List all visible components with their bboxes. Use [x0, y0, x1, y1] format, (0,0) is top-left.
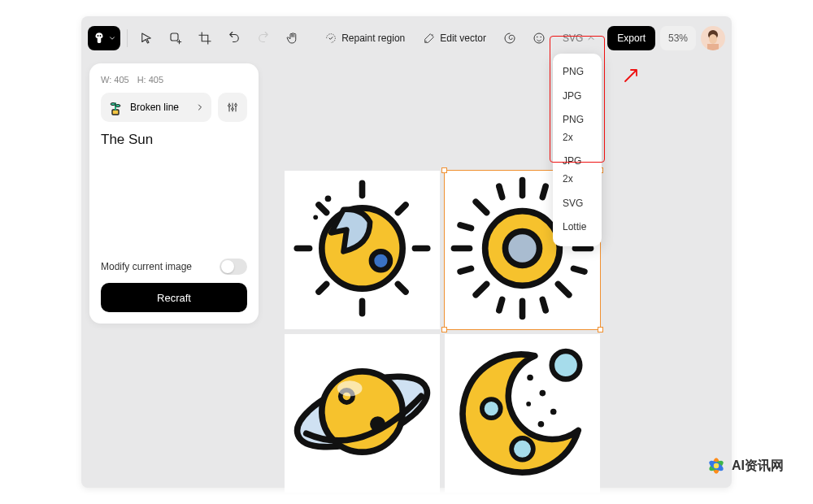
dropdown-item-lottie[interactable]: Lottie — [553, 215, 602, 240]
magic-tool-1[interactable] — [498, 26, 522, 50]
dropdown-item-jpg2x[interactable]: JPG 2x — [553, 150, 602, 191]
svg-point-10 — [709, 34, 717, 44]
export-button[interactable]: Export — [607, 26, 655, 50]
svg-line-34 — [476, 202, 486, 212]
svg-line-41 — [542, 300, 546, 311]
annotation-arrow-icon — [622, 65, 641, 85]
undo-button[interactable] — [222, 26, 246, 50]
svg-point-16 — [232, 108, 234, 111]
selection-handle[interactable] — [441, 327, 447, 332]
style-selector[interactable]: Broken line — [101, 93, 211, 122]
modify-label: Modify current image — [101, 261, 192, 272]
avatar[interactable] — [701, 26, 725, 50]
svg-point-27 — [313, 215, 318, 219]
format-label: SVG — [563, 33, 583, 44]
selection-handle[interactable] — [598, 327, 603, 332]
canvas-tile-1[interactable] — [285, 171, 440, 329]
format-dropdown-button[interactable]: SVG — [556, 26, 602, 50]
svg-line-36 — [476, 284, 486, 294]
swirl-icon — [502, 31, 517, 46]
svg-point-14 — [115, 105, 120, 107]
svg-point-26 — [325, 196, 332, 202]
svg-line-23 — [398, 284, 406, 292]
svg-point-53 — [552, 351, 580, 379]
zoom-button[interactable]: 53% — [660, 26, 696, 50]
sliders-icon — [226, 101, 239, 114]
moon-icon — [445, 334, 600, 489]
frame-tool[interactable] — [163, 26, 188, 50]
face-icon — [532, 31, 546, 46]
dropdown-item-png[interactable]: PNG — [553, 60, 602, 85]
svg-point-54 — [527, 375, 533, 381]
dropdown-item-svg[interactable]: SVG — [553, 192, 602, 216]
saturn-icon — [285, 334, 440, 489]
svg-point-51 — [370, 416, 385, 432]
select-tool[interactable] — [134, 26, 159, 50]
svg-point-64 — [714, 463, 720, 469]
svg-point-47 — [505, 231, 539, 265]
svg-point-3 — [426, 41, 427, 41]
svg-point-55 — [540, 390, 546, 397]
dimensions-row: W: 405 H: 405 — [101, 75, 247, 85]
svg-point-15 — [228, 105, 231, 107]
pan-tool[interactable] — [280, 26, 305, 50]
svg-line-45 — [574, 268, 585, 272]
canvas-grid — [285, 171, 593, 486]
chevron-down-icon — [108, 34, 116, 42]
style-plant-icon — [106, 98, 125, 117]
canvas-tile-4[interactable] — [445, 334, 600, 493]
watermark-icon — [706, 455, 727, 476]
prompt-panel: W: 405 H: 405 Broken line The Sun Modify… — [89, 63, 259, 324]
edit-vector-label: Edit vector — [440, 33, 486, 44]
repaint-label: Repaint region — [341, 33, 405, 44]
redo-button[interactable] — [251, 26, 276, 50]
svg-line-35 — [558, 284, 568, 294]
svg-point-6 — [537, 37, 538, 38]
canvas-tile-3[interactable] — [285, 334, 440, 493]
tune-button[interactable] — [218, 93, 247, 122]
recraft-button[interactable]: Recraft — [101, 283, 247, 312]
hand-icon — [285, 31, 300, 46]
svg-line-39 — [542, 186, 546, 197]
svg-rect-2 — [171, 33, 178, 41]
sun-broken-icon — [285, 171, 440, 326]
crop-tool[interactable] — [193, 26, 217, 50]
chevron-up-icon — [586, 33, 596, 43]
undo-icon — [227, 31, 241, 46]
svg-point-1 — [100, 35, 102, 37]
dropdown-item-jpg[interactable]: JPG — [553, 85, 602, 109]
logo-menu-button[interactable] — [88, 26, 120, 50]
repaint-region-button[interactable]: Repaint region — [318, 26, 411, 50]
svg-point-17 — [235, 104, 237, 106]
svg-point-7 — [540, 37, 541, 38]
selection-handle[interactable] — [441, 167, 447, 173]
edit-vector-icon — [423, 32, 436, 45]
magic-tool-2[interactable] — [527, 26, 551, 50]
prompt-text[interactable]: The Sun — [101, 132, 247, 148]
svg-line-43 — [460, 268, 471, 272]
svg-point-59 — [482, 399, 501, 418]
style-label: Broken line — [130, 102, 179, 113]
divider — [127, 29, 128, 47]
modify-toggle[interactable] — [220, 259, 247, 275]
svg-line-42 — [460, 225, 471, 228]
svg-point-13 — [111, 103, 115, 106]
dropdown-item-png2x[interactable]: PNG 2x — [553, 108, 602, 150]
toolbar: Repaint region Edit vector SVG Export 53… — [88, 23, 725, 54]
crop-icon — [198, 31, 212, 46]
svg-line-25 — [398, 205, 406, 213]
redo-icon — [256, 31, 271, 46]
svg-point-57 — [538, 421, 545, 428]
repaint-icon — [324, 32, 337, 45]
svg-point-5 — [534, 33, 544, 43]
svg-point-56 — [550, 409, 557, 415]
cursor-icon — [139, 31, 154, 46]
svg-point-4 — [433, 34, 433, 35]
svg-point-52 — [337, 380, 363, 396]
svg-line-22 — [319, 205, 327, 213]
logo-icon — [92, 31, 107, 46]
chevron-right-icon — [195, 102, 205, 112]
edit-vector-button[interactable]: Edit vector — [416, 26, 493, 50]
avatar-icon — [701, 26, 725, 50]
svg-point-0 — [98, 35, 99, 37]
